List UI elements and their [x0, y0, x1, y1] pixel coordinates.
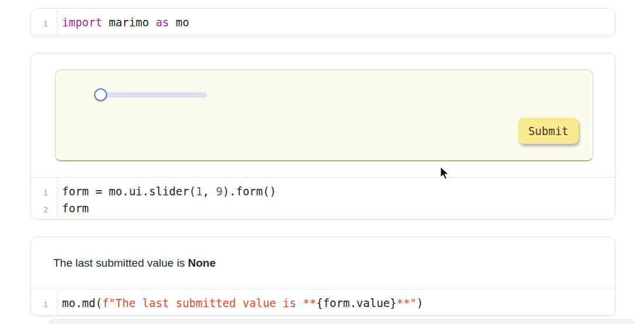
markdown-output: The last submitted value is None — [53, 257, 216, 270]
notebook-cell-form: Submit 1form = mo.ui.slider(1, 9).form()… — [30, 53, 615, 219]
code-token-plain: form = mo.ui.slider( — [62, 185, 196, 198]
code-text[interactable]: import marimo as mo — [57, 15, 189, 30]
code-editor[interactable]: 1mo.md(f"The last submitted value is **{… — [31, 289, 615, 316]
code-line[interactable]: 1form = mo.ui.slider(1, 9).form() — [31, 184, 615, 201]
code-token-string: "The last submitted value is ** — [109, 297, 316, 309]
notebook-cell-markdown: The last submitted value is None 1mo.md(… — [30, 237, 615, 316]
code-token-plain: , — [202, 185, 216, 198]
line-number: 1 — [31, 16, 57, 32]
form-panel: Submit — [55, 70, 593, 161]
code-token-number: 1 — [196, 185, 202, 198]
code-line[interactable]: 1mo.md(f"The last submitted value is **{… — [31, 295, 615, 312]
code-line[interactable]: 2form — [31, 201, 615, 218]
code-text[interactable]: form — [57, 201, 89, 216]
next-cell-peek[interactable] — [49, 319, 635, 324]
code-token-number: 9 — [216, 185, 222, 198]
slider[interactable] — [94, 88, 217, 102]
line-number: 1 — [31, 185, 57, 201]
line-number: 2 — [31, 202, 57, 218]
markdown-text: The last submitted value is — [53, 257, 188, 269]
code-token-string: f — [102, 297, 109, 309]
code-token-plain: ) — [416, 297, 423, 309]
code-token-plain: form — [62, 202, 89, 215]
code-editor[interactable]: 1import marimo as mo — [31, 9, 615, 36]
code-token-string: **" — [397, 297, 416, 309]
cell-output-area: Submit — [31, 53, 615, 177]
code-text[interactable]: mo.md(f"The last submitted value is **{f… — [57, 295, 423, 311]
code-token-plain: marimo — [102, 16, 156, 29]
markdown-bold-text: None — [188, 257, 216, 269]
line-number: 1 — [31, 297, 57, 312]
code-token-keyword: import — [62, 16, 102, 29]
cell-output-area: The last submitted value is None — [31, 237, 615, 289]
code-token-plain: mo — [169, 16, 189, 29]
code-text[interactable]: form = mo.ui.slider(1, 9).form() — [57, 184, 276, 199]
code-line[interactable]: 1import marimo as mo — [31, 15, 615, 32]
code-token-plain: mo.md( — [62, 297, 102, 309]
notebook-cell-import: 1import marimo as mo — [30, 8, 615, 36]
code-editor[interactable]: 1form = mo.ui.slider(1, 9).form()2form — [31, 177, 615, 219]
code-token-plain: {form.value} — [316, 297, 397, 309]
submit-button[interactable]: Submit — [518, 118, 578, 144]
slider-thumb[interactable] — [94, 88, 107, 101]
slider-track[interactable] — [101, 92, 207, 98]
code-token-plain: ).form() — [223, 185, 277, 198]
code-token-keyword: as — [156, 16, 169, 29]
